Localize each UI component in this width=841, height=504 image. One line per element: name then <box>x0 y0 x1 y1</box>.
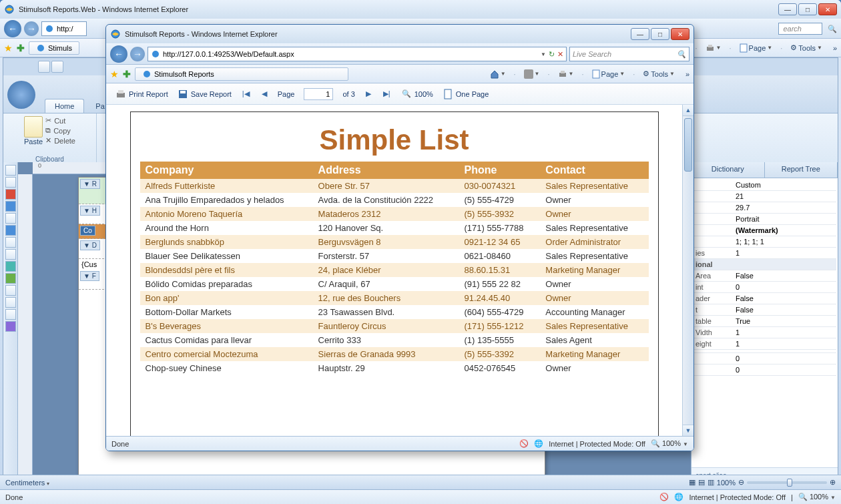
zoom-in-button[interactable]: ⊕ <box>830 478 836 487</box>
print-report-button[interactable]: Print Report <box>115 89 168 99</box>
property-row[interactable]: int0 <box>693 282 836 293</box>
property-row[interactable]: 1; 1; 1; 1 <box>693 236 836 248</box>
popup-titlebar[interactable]: Stimulsoft Reports - Windows Internet Ex… <box>106 25 693 43</box>
next-page-button[interactable]: ▶ <box>364 89 372 98</box>
popup-url-input[interactable] <box>163 50 538 58</box>
popup-browser-tab[interactable]: Stimulsoft Reports <box>135 67 348 81</box>
ribbon-tab-home[interactable]: Home <box>45 99 84 113</box>
popup-search-box[interactable]: Live Search 🔍 <box>569 47 689 61</box>
zoom-slider[interactable] <box>747 481 827 484</box>
favorites-icon[interactable]: ★ <box>110 69 119 79</box>
app-orb-button[interactable] <box>7 81 35 109</box>
band-reporttitle[interactable]: ▼ R <box>80 179 100 189</box>
property-row[interactable]: tFalse <box>693 304 836 316</box>
zoom-out-button[interactable]: ⊖ <box>738 478 744 487</box>
tools-menu[interactable]: ⚙Tools▼ <box>788 42 825 53</box>
outer-forward-button[interactable]: → <box>24 21 39 36</box>
outer-close-button[interactable]: ✕ <box>818 3 837 15</box>
properties-grid[interactable]: Custom2129.7Portrait(Watermark)1; 1; 1; … <box>691 178 838 467</box>
property-row[interactable]: ies1 <box>693 248 836 259</box>
outer-url-input[interactable] <box>57 25 83 33</box>
property-row[interactable]: ional <box>693 259 836 270</box>
tool-button[interactable] <box>5 189 16 200</box>
outer-back-button[interactable]: ← <box>4 20 21 37</box>
vertical-scrollbar[interactable]: ▲ ▼ <box>682 105 693 436</box>
band-columns[interactable]: Co <box>80 226 95 236</box>
band-data[interactable]: ▼ D <box>80 240 100 250</box>
tool-button[interactable] <box>5 249 16 260</box>
popup-address-bar[interactable]: ▼ ↻ ✕ <box>148 47 567 61</box>
one-page-button[interactable]: One Page <box>443 89 489 99</box>
band-footer[interactable]: ▼ F <box>80 271 99 281</box>
home-icon[interactable]: ▼ <box>487 68 509 80</box>
tab-report-tree[interactable]: Report Tree <box>765 162 838 178</box>
add-favorite-icon[interactable]: ✚ <box>17 43 25 53</box>
property-row[interactable]: 21 <box>693 191 836 202</box>
property-row[interactable]: Vidth1 <box>693 327 836 338</box>
outer-minimize-button[interactable]: — <box>778 3 797 15</box>
print-icon[interactable]: ▼ <box>555 68 577 80</box>
search-go-icon[interactable]: 🔍 <box>828 25 837 33</box>
view-icon[interactable]: ▦ <box>689 478 695 487</box>
outer-maximize-button[interactable]: □ <box>798 3 817 15</box>
cut-button[interactable]: ✂Cut <box>45 116 75 125</box>
property-row[interactable]: 0 <box>693 364 836 376</box>
add-favorite-icon[interactable]: ✚ <box>123 69 131 79</box>
search-icon[interactable]: 🔍 <box>677 50 686 59</box>
popup-maximize-button[interactable]: □ <box>651 28 669 40</box>
first-page-button[interactable]: |◀ <box>241 89 251 98</box>
zoom-icon[interactable]: 🔍 100% ▼ <box>798 493 836 501</box>
tab-dictionary[interactable]: Dictionary <box>691 162 765 178</box>
chevron-icon[interactable]: » <box>685 70 689 78</box>
copy-button[interactable]: ⧉Copy <box>45 126 75 135</box>
property-row[interactable]: Custom <box>693 180 836 191</box>
outer-titlebar[interactable]: Stimulsoft Reports.Web - Windows Interne… <box>0 0 841 19</box>
refresh-icon[interactable]: ↻ <box>549 50 555 59</box>
property-row[interactable]: (Watermark) <box>693 225 836 236</box>
page-menu[interactable]: Page▼ <box>737 42 776 54</box>
page-menu[interactable]: Page▼ <box>589 68 628 80</box>
tool-button[interactable] <box>5 237 16 248</box>
popup-forward-button[interactable]: → <box>130 47 145 61</box>
last-page-button[interactable]: ▶| <box>382 89 392 98</box>
tool-button[interactable] <box>5 309 16 320</box>
tool-button[interactable] <box>5 285 16 296</box>
popup-back-button[interactable]: ← <box>110 45 127 63</box>
property-row[interactable]: 0 <box>693 353 836 364</box>
popup-minimize-button[interactable]: — <box>631 28 649 40</box>
popup-ie-window[interactable]: Stimulsoft Reports - Windows Internet Ex… <box>105 24 694 451</box>
property-row[interactable]: Portrait <box>693 214 836 225</box>
zoom-status[interactable]: 🔍 100% ▼ <box>651 439 688 448</box>
tool-button[interactable] <box>5 273 16 284</box>
scroll-up-icon[interactable]: ▲ <box>683 105 693 116</box>
prev-page-button[interactable]: ◀ <box>260 89 268 98</box>
view-icon[interactable]: ▥ <box>708 478 714 487</box>
tool-button[interactable] <box>5 165 16 176</box>
paste-button[interactable]: Paste <box>24 138 43 146</box>
tool-button[interactable] <box>5 297 16 308</box>
property-row[interactable]: eight1 <box>693 338 836 350</box>
search-field-placeholder[interactable]: earch <box>778 23 822 35</box>
favorites-icon[interactable]: ★ <box>4 43 13 53</box>
report-scroll-area[interactable]: Simple List CompanyAddressPhoneContact A… <box>106 105 682 436</box>
zoom-button[interactable]: 🔍 100% <box>401 89 433 99</box>
page-number-input[interactable] <box>304 88 333 100</box>
dropdown-icon[interactable]: ▼ <box>541 51 546 57</box>
scroll-thumb[interactable] <box>684 118 692 172</box>
band-header[interactable]: ▼ H <box>80 206 100 216</box>
property-row[interactable]: AreaFalse <box>693 270 836 282</box>
outer-browser-tab[interactable]: Stimuls <box>29 41 79 55</box>
rss-icon[interactable]: ▼ <box>521 68 543 80</box>
tool-button[interactable] <box>5 213 16 224</box>
popup-close-button[interactable]: ✕ <box>671 28 689 40</box>
view-icon[interactable]: ▤ <box>698 478 705 487</box>
units-selector[interactable]: Centimeters ▾ <box>5 479 49 487</box>
property-row[interactable]: 29.7 <box>693 202 836 214</box>
tool-button[interactable] <box>5 321 16 332</box>
chevron-icon[interactable]: » <box>833 44 837 52</box>
property-row[interactable]: aderFalse <box>693 293 836 304</box>
delete-button[interactable]: ✕Delete <box>45 136 75 145</box>
qat-button[interactable] <box>51 61 63 73</box>
tools-menu[interactable]: ⚙Tools▼ <box>640 68 677 79</box>
tool-button[interactable] <box>5 201 16 212</box>
